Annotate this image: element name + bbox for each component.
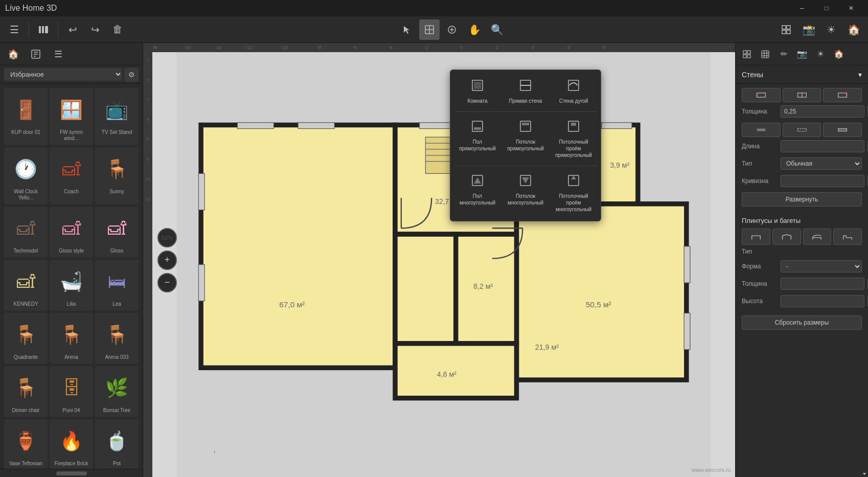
item-sunny[interactable]: 🪑Sunny (95, 147, 139, 205)
additional-tools-button[interactable] (442, 19, 462, 40)
item-pot[interactable]: 🍵Pot (95, 419, 139, 469)
rp-camera-button[interactable]: 📷 (794, 46, 810, 62)
item-vaseteftonian[interactable]: 🏺Vase Teftonian (4, 419, 48, 469)
item-kennedy[interactable]: 🛋KENNEDY (4, 260, 48, 311)
dd-rect-ceiling-label: Потолокпрямоугольный (507, 139, 544, 152)
svg-rect-23 (395, 234, 456, 344)
item-gloss[interactable]: 🛋Gloss (95, 207, 139, 258)
rp-edit-button[interactable]: ✏ (775, 46, 792, 62)
zoom-in-button[interactable]: + (157, 251, 177, 270)
wall-align-center-button[interactable] (783, 88, 821, 102)
item-tvsetstand[interactable]: 📺TV Set Stand (95, 88, 139, 145)
item-arena033[interactable]: 🪑Arena 033 (95, 313, 139, 364)
home-view-button[interactable]: 🏠 (843, 19, 864, 40)
floorplan[interactable]: 67,0 м² 32,7 м² 8,2 м² 8,5 м² 3,9 м² 50,… (152, 52, 735, 477)
baseboard-thickness-input[interactable] (781, 278, 864, 290)
svg-rect-42 (684, 313, 690, 349)
maximize-button[interactable]: □ (815, 0, 838, 16)
pan-tool-button[interactable]: ✋ (464, 19, 485, 40)
rp-home-button[interactable]: 🏠 (831, 46, 847, 62)
svg-rect-35 (298, 123, 334, 129)
wall-style-3-button[interactable] (823, 123, 862, 137)
wall-style-2-button[interactable] (783, 123, 821, 137)
ruler-top: m -16 -14 -12 -10 -8 -6 -4 -2 0 2 4 6 8 (143, 43, 735, 52)
lp-tab-edit[interactable] (27, 45, 45, 63)
wall-style-1-button[interactable] (742, 123, 781, 137)
item-puni04[interactable]: 🗄Puni 04 (50, 366, 93, 417)
dd-straight-wall-button[interactable]: Прямая стена (502, 74, 549, 108)
canvas-area[interactable]: m -16 -14 -12 -10 -8 -6 -4 -2 0 2 4 6 8 … (143, 43, 735, 477)
baseboard-type-1-button[interactable] (742, 229, 770, 245)
item-wallclockyello...[interactable]: 🕐Wall Clock Yello... (4, 147, 48, 205)
item-kupdoor01[interactable]: 🚪KUP door 01 (4, 88, 48, 145)
expand-button[interactable]: Развернуть (742, 192, 862, 207)
lp-tab-home[interactable]: 🏠 (4, 45, 22, 63)
wall-align-right-button[interactable] (823, 88, 862, 102)
baseboard-type-3-button[interactable] (803, 229, 832, 245)
watermark: www.wincore.ru (692, 467, 731, 473)
item-dinnerchair[interactable]: 🪑Dinner chair (4, 366, 48, 417)
poly-floor-icon (470, 173, 485, 191)
item-thumbnail: 🪑 (8, 370, 44, 406)
library-button[interactable] (33, 19, 54, 40)
baseboard-height-input[interactable] (781, 295, 864, 307)
item-fireplacebrick[interactable]: 🔥Fireplace Brick (50, 419, 93, 469)
camera-button[interactable]: 📸 (798, 19, 819, 40)
item-techmodel[interactable]: 🛋Techmodel (4, 207, 48, 258)
svg-rect-39 (198, 173, 204, 210)
item-bonsaitree[interactable]: 🌿Bonsai Tree (95, 366, 139, 417)
item-coach[interactable]: 🛋Coach (50, 147, 93, 205)
redo-button[interactable]: ↪ (85, 19, 105, 40)
item-lilia[interactable]: 🛁Lilia (50, 260, 93, 311)
item-lea[interactable]: 🛏Lea (95, 260, 139, 311)
item-quadrante[interactable]: 🪑Quadrante (4, 313, 48, 364)
rp-floor-plan-button[interactable] (739, 46, 755, 62)
wall-type-row-2 (742, 123, 862, 137)
svg-text:4,6 м²: 4,6 м² (437, 370, 457, 378)
app-body: 🏠 ☰ Избранное ⚙ 🚪KUP door 01🪟FW symm win… (0, 43, 868, 477)
svg-rect-12 (787, 30, 790, 34)
dd-room-button[interactable]: Комната (454, 74, 500, 108)
baseboard-type-4-button[interactable] (833, 229, 862, 245)
dd-rect-floor-button[interactable]: Полпрямоугольный (454, 115, 500, 163)
zoom-out-button[interactable]: − (157, 273, 177, 292)
select-tool-button[interactable] (397, 19, 417, 40)
dd-arc-wall-button[interactable]: Стена дугой (551, 74, 597, 108)
dd-rect-opening-button[interactable]: Потолочныйпроёмпрямоугольный (551, 115, 597, 163)
trash-button[interactable]: 🗑 (107, 19, 128, 40)
floor-plan-view-button[interactable] (776, 19, 796, 40)
item-label: Quadrante (14, 354, 38, 360)
left-panel-scrollbar[interactable] (0, 469, 143, 477)
settings-gear-button[interactable]: ⚙ (124, 67, 139, 82)
dd-poly-floor-button[interactable]: Полмногоугольный (454, 169, 500, 217)
dd-poly-opening-button[interactable]: Потолочныйпроёммногоугольный (551, 169, 597, 217)
item-thumbnail: 🌿 (99, 370, 135, 406)
wall-align-left-button[interactable] (742, 88, 781, 102)
rp-sun-button[interactable]: ☀ (812, 46, 829, 62)
search-button[interactable]: 🔍 (487, 19, 507, 40)
svg-rect-18 (201, 125, 395, 368)
category-dropdown[interactable]: Избранное (4, 68, 122, 81)
svg-rect-78 (762, 51, 769, 58)
dd-rect-ceiling-button[interactable]: Потолокпрямоугольный (502, 115, 549, 163)
thickness-input[interactable] (781, 105, 864, 118)
wall-type-select[interactable]: Обычная (781, 157, 862, 170)
lp-tab-list[interactable]: ☰ (49, 45, 67, 63)
rp-materials-button[interactable] (757, 46, 773, 62)
baseboard-type-2-button[interactable] (772, 229, 801, 245)
close-button[interactable]: ✕ (839, 0, 863, 16)
minimize-button[interactable]: ─ (790, 0, 814, 16)
baseboard-shape-select[interactable]: - (781, 260, 862, 272)
item-glossstyle[interactable]: 🛋Gloss style (50, 207, 93, 258)
undo-button[interactable]: ↩ (62, 19, 83, 40)
menu-button[interactable]: ☰ (4, 19, 25, 40)
reset-sizes-button[interactable]: Сбросить размеры (742, 315, 862, 330)
lighting-button[interactable]: ☀ (821, 19, 841, 40)
dd-poly-ceiling-button[interactable]: Потолокмногоугольный (502, 169, 549, 217)
item-arena[interactable]: 🪑Arena (50, 313, 93, 364)
type-label: Тип (742, 160, 778, 167)
item-fwsymmwind...[interactable]: 🪟FW symm wind... (50, 88, 93, 145)
curvature-input[interactable] (781, 175, 864, 187)
walls-tool-button[interactable] (419, 19, 440, 40)
length-input[interactable] (781, 140, 864, 152)
